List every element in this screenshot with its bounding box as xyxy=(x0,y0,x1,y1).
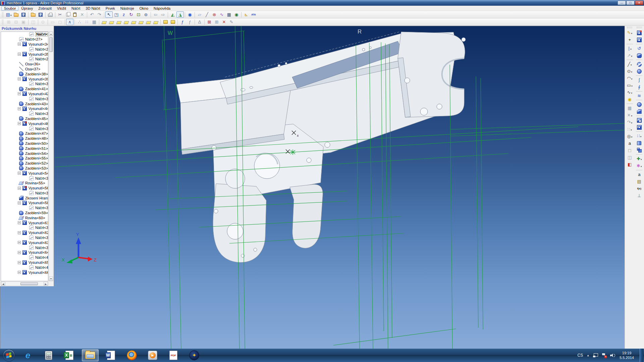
minimize-button[interactable]: — xyxy=(618,1,626,5)
tree-item[interactable]: Vysunutí<61> xyxy=(1,220,48,225)
tree-item[interactable]: Náčrt<41> xyxy=(1,265,48,270)
global-parameters-button[interactable]: ◉ xyxy=(233,11,240,18)
view-normal-to-button[interactable]: ◭ xyxy=(169,11,176,18)
toolbar-grip[interactable] xyxy=(2,12,3,17)
collapse-box-icon[interactable] xyxy=(18,107,21,110)
tree-item[interactable]: Vysunutí<44> xyxy=(1,106,48,111)
tree-item[interactable]: Náčrt<27> xyxy=(1,37,48,42)
menu-soubor[interactable]: Soubor xyxy=(1,6,18,11)
window-tile-button[interactable]: ⊟ xyxy=(12,19,20,25)
fill-region-tool-button[interactable]: ◧ xyxy=(626,161,634,168)
chamfer-tool-button[interactable] xyxy=(635,108,643,115)
vertical-scroll-thumb[interactable] xyxy=(49,37,53,52)
hole-tool-button[interactable] xyxy=(635,117,643,124)
zoom-extents-tool-button[interactable]: ⊡ xyxy=(135,11,142,18)
scroll-left-icon[interactable]: ◀ xyxy=(1,282,5,286)
tree-item[interactable]: Zaoblení<43> xyxy=(1,101,48,106)
start-button[interactable] xyxy=(0,349,17,362)
tree-item[interactable]: Náčrt<30> xyxy=(1,81,48,86)
collapse-box-icon[interactable] xyxy=(18,241,21,244)
tree-item[interactable]: Náčrt<38> xyxy=(1,235,48,240)
zoom-in-out-tool-button[interactable]: z xyxy=(120,11,127,18)
maximize-button[interactable]: ▢ xyxy=(626,1,635,5)
insert-plane-tangent-button[interactable] xyxy=(152,19,159,25)
tree-item[interactable]: Zaoblení<47> xyxy=(1,131,48,136)
dimension-tool-button[interactable]: ATA xyxy=(250,11,257,18)
collapse-box-icon[interactable] xyxy=(18,43,21,46)
menu-napoveda[interactable]: Nápověda xyxy=(151,6,173,11)
language-indicator[interactable]: CS xyxy=(578,353,583,358)
collapse-box-icon[interactable] xyxy=(18,231,21,234)
menu-zobrazit[interactable]: Zobrazit xyxy=(36,6,54,11)
insert-plane-angle-button[interactable] xyxy=(130,19,137,25)
tree-item[interactable]: Vysunutí<65> xyxy=(1,260,48,265)
zoom-window-tool-button[interactable]: ◳ xyxy=(113,11,120,18)
tree-item[interactable]: Vysunutí<66> xyxy=(1,270,48,275)
collapse-panel-button[interactable]: ∧ xyxy=(66,19,73,25)
collapse-box-icon[interactable] xyxy=(18,172,21,175)
title-bar[interactable]: mechbox 1 oprava - Alibre Design Profess… xyxy=(0,0,644,6)
zoom-tool-button[interactable]: ⊚ xyxy=(142,11,150,18)
tree-item[interactable]: Vysunutí<46> xyxy=(1,121,48,126)
tree-item[interactable]: Náčrt<39> xyxy=(1,245,48,250)
tree-item[interactable]: Náčrt<32> xyxy=(1,111,48,116)
taskbar-pdf-reader[interactable]: PDF xyxy=(165,349,182,361)
equation-fx-button[interactable]: f(x) xyxy=(635,185,643,192)
collapse-box-icon[interactable] xyxy=(18,77,21,80)
menu-prvek[interactable]: Prvek xyxy=(103,6,118,11)
clock[interactable]: 19:19 5.5.2014 xyxy=(620,351,634,360)
tree-item[interactable]: Vysunutí<34> xyxy=(1,42,48,47)
insert-plane-zx-button[interactable] xyxy=(115,19,122,25)
extrude-cut-button[interactable] xyxy=(635,29,643,36)
tree-item[interactable]: Zaoblení<53> xyxy=(1,166,48,171)
tree-item[interactable]: Náčrt<36> xyxy=(1,205,48,210)
network-icon[interactable] xyxy=(593,353,598,357)
horizontal-scroll-thumb[interactable] xyxy=(20,282,38,285)
tree-item[interactable]: Náčrt<29> xyxy=(1,57,48,62)
clear-marks-button[interactable]: ✕ xyxy=(220,19,228,25)
new-document-button[interactable]: ▤ xyxy=(5,11,12,18)
tree-vertical-scrollbar[interactable]: ▲ ▼ xyxy=(49,32,53,281)
menu-vlozit[interactable]: Vložit xyxy=(54,6,69,11)
insert-plane-button[interactable]: ▱ xyxy=(196,11,203,18)
mirror-sketch-tool-button[interactable]: ◫ xyxy=(626,154,634,161)
taskbar-word[interactable]: W xyxy=(103,349,119,361)
show-grid-button[interactable]: ∷ xyxy=(83,19,91,25)
taskbar-media-player[interactable]: ▶ xyxy=(144,349,161,361)
tree-item[interactable]: Zaoblení<59> xyxy=(1,210,48,216)
tree-item[interactable]: Náčrt<31> xyxy=(1,96,48,101)
tree-item[interactable]: Náčrt<33> xyxy=(1,126,48,131)
tree-item[interactable]: Zaoblení<51> xyxy=(1,146,48,151)
import-file-button[interactable] xyxy=(30,11,37,18)
loft-boss-button[interactable]: ∮ xyxy=(635,83,643,90)
tree-item[interactable]: Zaoblení<45> xyxy=(1,116,48,121)
close-button[interactable]: ✕ xyxy=(635,1,643,5)
snap-to-grid-button[interactable]: ∴ xyxy=(76,19,83,25)
menu-nacrt[interactable]: Náčrt xyxy=(69,6,83,11)
dock-panel-button[interactable]: ▭ xyxy=(49,19,56,25)
tree-item[interactable]: Zaoblení<54> xyxy=(1,151,48,156)
keyboard-entry-tool-button[interactable]: ▦ xyxy=(626,105,634,112)
snapshot-button[interactable]: ⊙ xyxy=(39,19,47,25)
collapse-box-icon[interactable] xyxy=(18,53,21,56)
collapse-box-icon[interactable] xyxy=(18,261,21,264)
export-file-button[interactable] xyxy=(37,11,44,18)
parameters-button[interactable]: ƒ xyxy=(186,19,194,25)
next-view-button[interactable]: ⇨ xyxy=(159,11,167,18)
helix-tool-button[interactable]: ≋ xyxy=(635,92,643,99)
insert-plane-midplane-button[interactable] xyxy=(137,19,145,25)
tree-item[interactable]: Zaoblení<52> xyxy=(1,161,48,166)
sweep-cut-button[interactable] xyxy=(635,61,643,68)
annotation-text-button[interactable]: a xyxy=(635,171,643,178)
revolve-boss-button[interactable] xyxy=(635,52,643,59)
construction-line-tool-button[interactable]: ∥ xyxy=(626,45,634,52)
display-configurations-button[interactable] xyxy=(169,19,176,25)
previous-view-button[interactable]: ⇦ xyxy=(152,11,159,18)
menu-nastroje[interactable]: Nástroje xyxy=(118,6,137,11)
tree-item[interactable]: Zaoblení<55> xyxy=(1,156,48,161)
select-tool-button[interactable]: ↖ xyxy=(105,11,113,18)
rectangle-tool-button[interactable]: ▭ xyxy=(626,82,634,89)
insert-axis-button[interactable]: ╱ xyxy=(203,11,211,18)
delete-button[interactable]: ✕ xyxy=(78,11,86,18)
sketch-pattern-tool-button[interactable]: ∷ xyxy=(626,126,634,133)
